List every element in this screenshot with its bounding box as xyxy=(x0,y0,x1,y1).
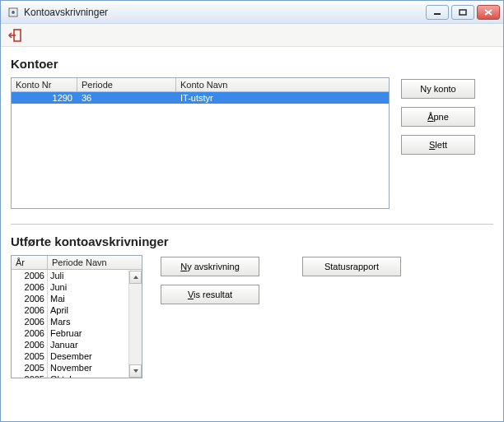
section-divider xyxy=(11,224,493,225)
ny-avskrivning-rest: y avskrivning xyxy=(187,262,240,271)
cell-periode-navn: Mars xyxy=(48,316,128,327)
accounts-table-header: Konto Nr Periode Konto Navn xyxy=(12,78,389,92)
table-row[interactable]: 2006Mai xyxy=(12,293,142,304)
svg-point-1 xyxy=(12,11,15,14)
scroll-down-icon[interactable] xyxy=(129,364,142,378)
window-controls xyxy=(426,5,500,20)
cell-ar: 2006 xyxy=(12,304,48,316)
scroll-up-icon[interactable] xyxy=(129,271,142,284)
cell-ar: 2006 xyxy=(12,339,48,350)
cell-periode-navn: Januar xyxy=(48,339,128,350)
titlebar: Kontoavskrivninger xyxy=(1,1,503,24)
exit-icon[interactable] xyxy=(6,26,24,44)
ny-avskrivning-accel: N xyxy=(180,262,187,271)
col-periode[interactable]: Periode xyxy=(77,78,176,91)
col-periode-navn[interactable]: Periode Navn xyxy=(48,256,142,269)
history-scrollbar[interactable] xyxy=(128,271,142,378)
cell-periode-navn: April xyxy=(48,304,128,316)
history-right-buttons: Statusrapport xyxy=(302,255,401,276)
close-button[interactable] xyxy=(477,5,500,20)
cell-periode-navn: Mai xyxy=(48,293,128,304)
ny-konto-button[interactable]: Ny konto xyxy=(401,79,475,99)
table-row[interactable]: 129036IT-utstyr xyxy=(12,92,389,104)
ny-avskrivning-button[interactable]: Ny avskrivning xyxy=(161,257,259,276)
history-table[interactable]: År Periode Navn 2006Juli2006Juni2006Mai2… xyxy=(11,255,142,378)
table-row[interactable]: 2006Mars xyxy=(12,316,142,327)
col-konto-navn[interactable]: Konto Navn xyxy=(176,78,389,91)
history-mid-buttons: Ny avskrivning Vis resultat xyxy=(161,255,259,304)
table-row[interactable]: 2006Juni xyxy=(12,281,142,293)
cell-ar: 2005 xyxy=(12,350,48,362)
table-row[interactable]: 2006Januar xyxy=(12,339,142,350)
col-konto-nr[interactable]: Konto Nr xyxy=(12,78,77,91)
cell-periode: 36 xyxy=(77,92,176,104)
cell-ar: 2005 xyxy=(12,362,48,373)
cell-periode-navn: Juni xyxy=(48,281,128,293)
maximize-button[interactable] xyxy=(451,5,474,20)
table-row[interactable]: 2006April xyxy=(12,304,142,316)
accounts-table[interactable]: Konto Nr Periode Konto Navn 129036IT-uts… xyxy=(11,77,390,209)
apne-rest: pne xyxy=(433,112,448,122)
cell-konto-navn: IT-utstyr xyxy=(176,92,389,104)
cell-periode-navn: Oktober xyxy=(48,373,128,378)
cell-ar: 2006 xyxy=(12,270,48,281)
table-row[interactable]: 2005Desember xyxy=(12,350,142,362)
statusrapport-button[interactable]: Statusrapport xyxy=(302,257,401,276)
minimize-button[interactable] xyxy=(426,5,449,20)
cell-ar: 2006 xyxy=(12,281,48,293)
content-area: Kontoer Konto Nr Periode Konto Navn 1290… xyxy=(1,47,503,421)
table-row[interactable]: 2005November xyxy=(12,362,142,373)
cell-ar: 2006 xyxy=(12,316,48,327)
table-row[interactable]: 2006Februar xyxy=(12,327,142,339)
history-heading: Utførte kontoavskrivninger xyxy=(11,234,493,248)
slett-rest: lett xyxy=(435,140,447,150)
app-window: Kontoavskrivninger Kontoer xyxy=(0,0,504,422)
vis-resultat-accel: V xyxy=(188,290,194,299)
cell-konto-nr: 1290 xyxy=(12,92,77,104)
cell-ar: 2006 xyxy=(12,327,48,339)
accounts-heading: Kontoer xyxy=(11,57,493,71)
vis-resultat-button[interactable]: Vis resultat xyxy=(161,285,259,304)
table-row[interactable]: 2006Juli xyxy=(12,270,142,281)
cell-periode-navn: Februar xyxy=(48,327,128,339)
scroll-track[interactable] xyxy=(129,285,142,364)
cell-periode-navn: Desember xyxy=(48,350,128,362)
svg-marker-7 xyxy=(133,276,138,279)
vis-resultat-rest: is resultat xyxy=(194,290,232,299)
history-table-header: År Periode Navn xyxy=(12,256,142,270)
apne-button[interactable]: Åpne xyxy=(401,107,475,127)
cell-ar: 2006 xyxy=(12,293,48,304)
cell-ar: 2005 xyxy=(12,373,48,378)
cell-periode-navn: November xyxy=(48,362,128,373)
window-title: Kontoavskrivninger xyxy=(24,7,426,18)
toolbar xyxy=(1,24,503,47)
table-row[interactable]: 2005Oktober xyxy=(12,373,142,378)
app-icon xyxy=(7,7,19,18)
col-ar[interactable]: År xyxy=(12,256,48,269)
slett-button[interactable]: Slett xyxy=(401,135,475,155)
accounts-side-buttons: Ny konto Åpne Slett xyxy=(401,77,475,155)
cell-periode-navn: Juli xyxy=(48,270,128,281)
svg-rect-3 xyxy=(460,10,466,15)
svg-marker-8 xyxy=(133,369,138,373)
